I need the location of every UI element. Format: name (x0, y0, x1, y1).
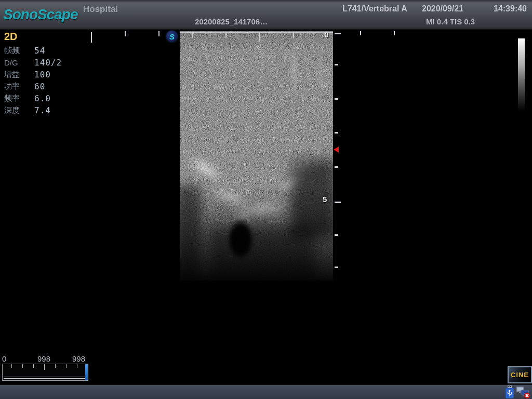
probe-logo-letter: S (169, 32, 175, 41)
mode-parameter-panel: 2D 帧频 54 D/G 140/2 增益 100 功率 60 频率 6.0 深… (4, 31, 82, 116)
scrubber-tick (11, 364, 12, 368)
ruler-tick-minor (335, 64, 338, 65)
ruler-tick-major (335, 33, 341, 34)
probe-preset: L741/Vertebral A (342, 4, 407, 14)
ruler-tick-minor (335, 267, 338, 268)
grayscale-bar (518, 38, 525, 111)
scrubber-tick (33, 364, 34, 368)
param-label: 增益 (4, 70, 34, 79)
orientation-tick (158, 31, 159, 36)
cine-button[interactable]: CINE (508, 366, 532, 383)
focus-marker-icon[interactable] (334, 147, 339, 153)
param-value: 6.0 (34, 94, 51, 103)
network-offline-icon[interactable] (516, 385, 530, 399)
status-bar (0, 384, 532, 399)
width-scale-tick (225, 33, 227, 38)
param-value: 140/2 (34, 58, 62, 68)
param-row-power: 功率 60 (4, 81, 82, 92)
width-scale-tick (259, 33, 260, 42)
width-scale-tick (192, 33, 193, 38)
scrubber-tick (66, 364, 66, 368)
scrubber-tick (55, 364, 56, 368)
mode-label: 2D (4, 31, 82, 43)
param-row-depth: 深度 7.4 (4, 104, 82, 116)
ultrasound-image: 0 5 (180, 31, 333, 281)
cine-total-frames: 998 (72, 354, 85, 363)
orientation-tick (125, 31, 126, 36)
ruler-tick-minor (335, 166, 338, 168)
scrubber-baseline (4, 378, 86, 379)
sonoscape-logo: SonoScape (3, 6, 77, 23)
orientation-tick (91, 32, 92, 43)
top-bar: SonoScape Hospital L741/Vertebral A 2020… (0, 0, 532, 30)
exam-file-name: 20200825_141706… (195, 17, 268, 26)
usb-icon[interactable] (504, 385, 515, 399)
exam-date: 2020/09/21 (422, 4, 463, 14)
param-label: 帧频 (4, 46, 34, 56)
cine-current-frame: 998 (37, 354, 50, 363)
skin-line (180, 32, 333, 33)
ruler-tick-minor (335, 98, 338, 100)
cine-start-frame: 0 (2, 354, 6, 363)
probe-orientation-logo: S (166, 31, 178, 42)
depth-label-five: 5 (323, 195, 327, 204)
cine-scrubber[interactable] (2, 364, 88, 381)
ruler-tick-minor (335, 132, 338, 134)
scrubber-tick (44, 364, 45, 370)
width-scale-tick (293, 33, 294, 38)
param-label: 频率 (4, 94, 34, 103)
scrubber-baseline (4, 377, 86, 377)
orientation-tick (360, 31, 361, 35)
ruler-tick-major (335, 202, 341, 203)
param-label: 功率 (4, 82, 34, 91)
exam-time: 14:39:40 (494, 4, 527, 14)
param-label: 深度 (4, 105, 34, 115)
cine-frame-labels: 0 998 998 (0, 354, 94, 363)
depth-ruler (333, 31, 342, 284)
cine-button-label: CINE (511, 371, 529, 379)
param-value: 7.4 (34, 105, 51, 115)
param-row-dynamic-range: D/G 140/2 (4, 57, 82, 69)
ultrasound-screen: SonoScape Hospital L741/Vertebral A 2020… (0, 0, 532, 399)
param-label: D/G (4, 58, 34, 67)
param-row-gain: 增益 100 (4, 69, 82, 81)
scrubber-tick (77, 364, 77, 368)
param-row-frequency: 频率 6.0 (4, 92, 82, 104)
mi-tis-readout: MI 0.4 TIS 0.3 (426, 17, 475, 26)
depth-label-zero: 0 (324, 31, 328, 39)
param-row-frame-rate: 帧频 54 (4, 45, 82, 57)
hospital-name: Hospital (83, 4, 118, 15)
cine-slider-handle[interactable] (85, 364, 88, 380)
scrubber-tick (22, 364, 23, 368)
param-value: 60 (34, 82, 45, 91)
param-value: 100 (34, 70, 51, 79)
param-value: 54 (34, 46, 45, 56)
depth-attenuation-overlay (180, 31, 333, 281)
ruler-tick-minor (335, 234, 338, 236)
orientation-tick (394, 31, 395, 35)
